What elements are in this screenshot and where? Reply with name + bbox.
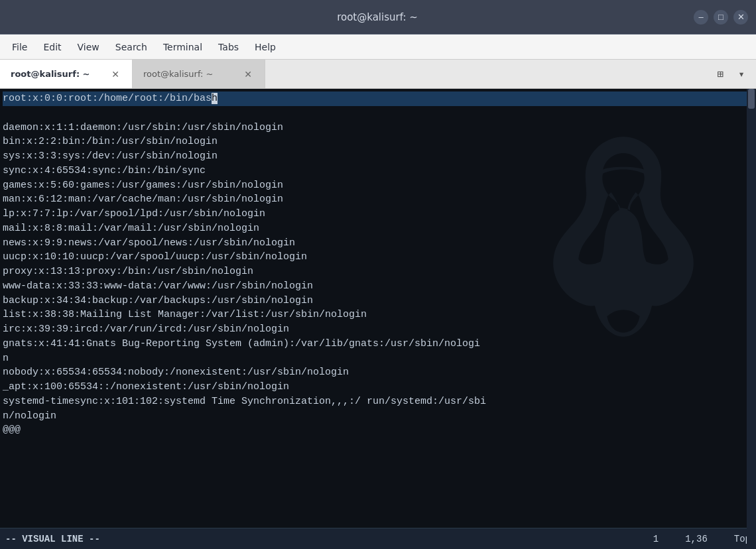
menu-bar: File Edit View Search Terminal Tabs Help <box>0 34 756 60</box>
highlighted-line: root:x:0:0:root:/home/root:/bin/bash <box>3 91 753 106</box>
tab-2[interactable]: root@kalisurf: ~ ✕ <box>133 60 265 88</box>
menu-help[interactable]: Help <box>248 39 283 55</box>
tab-menu-button[interactable]: ▾ <box>732 65 751 84</box>
vim-mode: -- VISUAL LINE -- <box>5 534 100 544</box>
scrollbar-thumb[interactable] <box>748 89 755 109</box>
line-number: 1 <box>653 534 659 544</box>
tab-bar: root@kalisurf: ~ ✕ root@kalisurf: ~ ✕ ⊞ … <box>0 60 756 89</box>
tab-2-label: root@kalisurf: ~ <box>143 69 235 79</box>
menu-view[interactable]: View <box>71 39 106 55</box>
tab-2-close[interactable]: ✕ <box>242 68 254 80</box>
title-bar: root@kalisurf: ~ – □ ✕ <box>0 0 756 34</box>
menu-terminal[interactable]: Terminal <box>157 39 209 55</box>
window-controls: – □ ✕ <box>694 10 748 25</box>
status-bar: -- VISUAL LINE -- 1 1,36 Top <box>0 528 756 549</box>
cursor: h <box>212 93 218 104</box>
new-tab-button[interactable]: ⊞ <box>711 65 729 84</box>
menu-file[interactable]: File <box>5 39 34 55</box>
window-title: root@kalisurf: ~ <box>61 11 694 23</box>
menu-edit[interactable]: Edit <box>36 39 68 55</box>
menu-tabs[interactable]: Tabs <box>212 39 245 55</box>
tab-actions: ⊞ ▾ <box>706 60 756 88</box>
close-button[interactable]: ✕ <box>733 10 748 25</box>
terminal[interactable]: root:x:0:0:root:/home/root:/bin/bash dae… <box>0 89 756 549</box>
terminal-content: root:x:0:0:root:/home/root:/bin/bash dae… <box>0 89 756 528</box>
minimize-button[interactable]: – <box>694 10 708 25</box>
tab-1-close[interactable]: ✕ <box>109 68 121 80</box>
tab-1-label: root@kalisurf: ~ <box>11 69 103 79</box>
tab-1[interactable]: root@kalisurf: ~ ✕ <box>0 60 133 88</box>
scrollbar-track[interactable] <box>747 89 756 549</box>
menu-search[interactable]: Search <box>109 39 154 55</box>
terminal-output: root:x:0:0:root:/home/root:/bin/bash dae… <box>3 91 753 438</box>
status-right: 1 1,36 Top <box>653 534 751 544</box>
maximize-button[interactable]: □ <box>714 10 728 25</box>
cursor-position: 1,36 <box>685 534 708 544</box>
